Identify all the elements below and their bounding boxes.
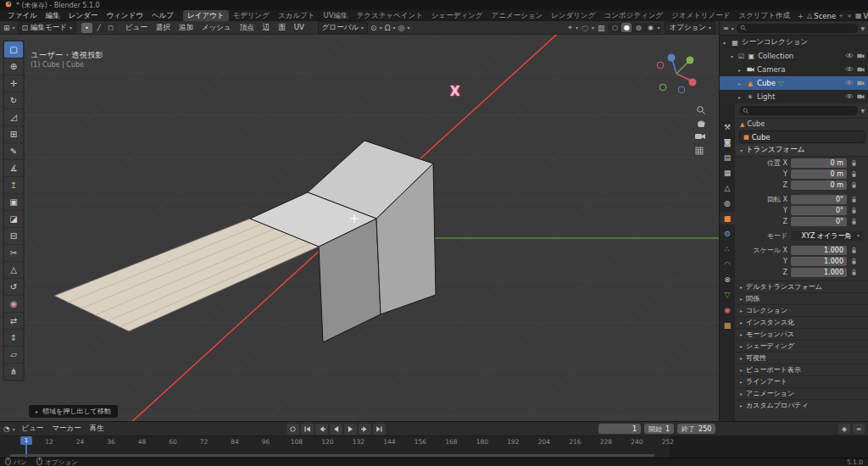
viewport-menu-0[interactable]: ビュー	[121, 23, 152, 33]
lock-icon[interactable]	[849, 181, 859, 189]
view-layer-selector[interactable]: ▦ ViewLayer + ×	[855, 12, 868, 20]
camera-view-icon[interactable]	[695, 134, 705, 139]
lock-icon[interactable]	[849, 207, 859, 214]
menubar-item-2[interactable]: レンダー	[64, 11, 103, 21]
disable-render-icon[interactable]	[857, 79, 865, 87]
tool-rip-region[interactable]: ⋔	[4, 363, 23, 380]
number-field[interactable]: 1.000	[791, 257, 847, 266]
unlink-scene-button[interactable]: ×	[846, 13, 853, 19]
timeline-ruler[interactable]: 1 12243648607284961081201321441561681801…	[0, 435, 868, 458]
lock-icon[interactable]	[849, 159, 859, 167]
number-field[interactable]: 0 m	[791, 180, 847, 190]
panel-section-7[interactable]: ▸ビューポート表示	[735, 363, 868, 375]
rendered-shading-icon[interactable]: ◉	[645, 23, 655, 32]
workspace-tab-10[interactable]: スクリプト作成	[734, 10, 794, 22]
edge-select-button[interactable]: ╱	[93, 23, 104, 33]
material-shading-icon[interactable]: ◍	[633, 23, 643, 32]
viewport-menu-1[interactable]: 選択	[152, 23, 175, 33]
timeline-scrollbar[interactable]	[10, 454, 654, 457]
panel-section-8[interactable]: ▸ラインアート	[735, 375, 868, 387]
keying-popover-icon[interactable]: ◈	[838, 424, 850, 434]
lock-icon[interactable]	[849, 196, 859, 203]
operator-hint-panel[interactable]: ▸ 領域を押し出して移動	[29, 405, 118, 418]
workspace-tab-0[interactable]: レイアウト	[183, 10, 229, 22]
add-workspace-button[interactable]: +	[794, 12, 807, 20]
gizmo-x-axis-ball[interactable]	[689, 79, 697, 86]
transform-panel-header[interactable]: ▾ トランスフォーム	[735, 144, 868, 157]
properties-tab-output[interactable]: ▤	[720, 151, 735, 164]
mode-dropdown[interactable]: ⊡ 編集モード ▾	[18, 21, 76, 35]
properties-tab-particles[interactable]: ∴	[720, 242, 735, 255]
playback-jump-to-next-keyframe-button[interactable]	[359, 424, 371, 435]
outliner-filter-icon[interactable]: ▼	[860, 25, 865, 31]
panel-section-3[interactable]: ▸インスタンス化	[735, 316, 868, 328]
lock-icon[interactable]	[849, 247, 859, 254]
proportional-edit-icon[interactable]: ◎	[398, 24, 405, 32]
playback-jump-to-prev-keyframe-button[interactable]	[315, 424, 328, 435]
viewport-menu-7[interactable]: UV	[290, 23, 309, 33]
properties-tab-world[interactable]: ◍	[720, 197, 735, 209]
show-gizmo-icon[interactable]: ⌖	[568, 23, 572, 32]
gizmo-x-neg-ball[interactable]	[657, 62, 664, 69]
timeline-menu-2[interactable]: 再生	[86, 424, 108, 434]
number-field[interactable]: 1.000	[791, 246, 847, 255]
tool-smooth[interactable]: ◉	[4, 296, 23, 312]
workspace-tab-1[interactable]: モデリング	[229, 10, 275, 22]
hide-viewport-eye-icon[interactable]	[845, 65, 854, 74]
outliner-editor-icon[interactable]: ≡	[723, 25, 729, 32]
collection-checkbox[interactable]: ☑	[738, 53, 744, 60]
properties-tab-render[interactable]: ◙	[720, 136, 735, 148]
tool-move[interactable]: ✛	[4, 75, 23, 92]
new-scene-button[interactable]: +	[837, 13, 844, 19]
viewport-canvas[interactable]: ユーザー・透視投影 (1) Cube | Cube X ▸ 領域を押し出して移動…	[0, 35, 719, 421]
lock-icon[interactable]	[849, 258, 859, 265]
tool-knife[interactable]: ✂	[4, 245, 23, 261]
panel-section-1[interactable]: ▸関係	[735, 292, 868, 304]
zoom-icon[interactable]	[698, 107, 705, 114]
playhead-handle[interactable]: 1	[20, 436, 32, 445]
vertex-select-button[interactable]: ∙	[81, 23, 92, 33]
tool-transform[interactable]: ⊞	[4, 126, 23, 142]
properties-tab-physics[interactable]: ◠	[720, 258, 735, 270]
properties-tab-data[interactable]: ▽	[720, 288, 735, 301]
outliner-row-シーンコレクション[interactable]: ▾▦シーンコレクション	[720, 36, 868, 49]
workspace-tab-8[interactable]: コンポジティング	[599, 10, 667, 22]
menubar-item-4[interactable]: ヘルプ	[147, 11, 178, 21]
pivot-point-icon[interactable]: ⊙	[370, 24, 377, 32]
transform-orientation-dropdown[interactable]: グローバル ▾	[318, 21, 368, 35]
timeline-options-icon[interactable]: ≡	[853, 424, 865, 434]
properties-tab-tool[interactable]: ⚒	[720, 120, 735, 133]
navigation-gizmo[interactable]	[657, 54, 696, 93]
tool-inset-faces[interactable]: ▣	[4, 194, 23, 210]
tool-measure[interactable]: ∡	[4, 160, 23, 176]
menubar-item-1[interactable]: 編集	[42, 11, 64, 21]
number-field[interactable]: 0 m	[791, 169, 847, 179]
properties-search-input[interactable]	[739, 106, 858, 115]
menubar-item-0[interactable]: ファイル	[3, 11, 42, 21]
lock-icon[interactable]	[849, 170, 859, 178]
properties-tab-texture[interactable]: ▩	[720, 319, 735, 331]
outliner-row-cube[interactable]: ▸▲Cube▽	[720, 76, 868, 90]
playback-play-button[interactable]	[344, 424, 357, 435]
frame-start-field[interactable]: 開始 1	[644, 424, 674, 434]
viewport-menu-6[interactable]: 面	[274, 23, 290, 33]
expand-arrow-icon[interactable]: ▾	[731, 53, 736, 59]
tool-poly-build[interactable]: △	[4, 262, 23, 278]
extrusion-plane-face[interactable]	[54, 219, 319, 331]
gizmo-y-neg-ball[interactable]	[659, 84, 666, 91]
panel-section-5[interactable]: ▸シェーディング	[735, 340, 868, 352]
tool-edge-slide[interactable]: ⇄	[4, 313, 23, 329]
menubar-item-3[interactable]: ウィンドウ	[102, 11, 147, 21]
tool-extrude-region[interactable]: ↥	[4, 177, 23, 193]
frame-end-field[interactable]: 終了 250	[677, 424, 715, 434]
pan-hand-icon[interactable]	[698, 120, 705, 127]
xray-toggle-icon[interactable]: ▥	[598, 24, 605, 32]
solid-shading-icon[interactable]: ●	[621, 23, 632, 32]
workspace-tab-2[interactable]: スカルプト	[274, 10, 320, 22]
workspace-tab-3[interactable]: UV編集	[320, 10, 353, 22]
properties-tab-scene[interactable]: △	[720, 181, 735, 194]
properties-tab-view-layer[interactable]: ▦	[720, 166, 735, 179]
panel-section-9[interactable]: ▸アニメーション	[735, 387, 868, 399]
workspace-tab-5[interactable]: シェーディング	[427, 10, 487, 22]
tool-loop-cut[interactable]: ⊟	[4, 228, 23, 244]
